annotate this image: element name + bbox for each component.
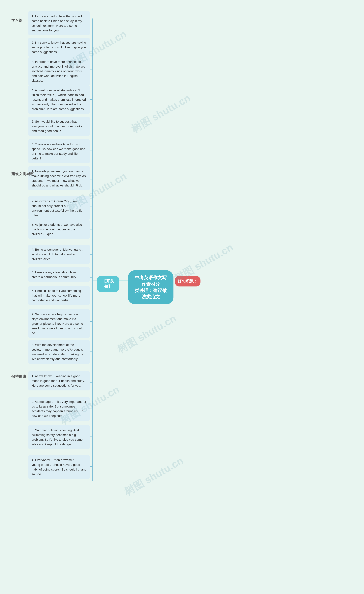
civ-item-5: 5. Here are my ideas about how to create…: [28, 267, 90, 282]
civ-item-2: 2. As citizens of Green City， we should …: [28, 196, 90, 220]
health-item-1: 1. As we know， keeping in a good mood is…: [28, 371, 90, 391]
good-sentence-node: 好句积累：: [175, 276, 201, 286]
health-item-4: 4. Everybody， men or women， young or old…: [28, 455, 90, 479]
civ-item-7: 7. So how can we help protect our city's…: [28, 309, 90, 338]
category-label-civilization: 建设文明城市: [11, 171, 34, 176]
central-node: 中考英语作文写作素材分 类整理：建议做法类范文: [128, 270, 174, 304]
category-label-health: 保持健康: [11, 374, 26, 379]
civ-item-4: 4. Being a teenager of Lianyungang， what…: [28, 245, 90, 264]
opening-sentence-node: 【开头句】: [97, 276, 119, 292]
civ-item-3: 3. As junior students， we have also made…: [28, 220, 90, 239]
study-item-3: 3. In order to have more chances to prac…: [28, 57, 90, 86]
watermark-2: 树图 shutu.cn: [129, 91, 193, 136]
mind-map-container: 学习篇 建设文明城市 保持健康 1. I am very glad to hea…: [0, 0, 364, 594]
category-label-study: 学习篇: [11, 18, 22, 23]
civ-item-8: 8. With the development of the society， …: [28, 340, 90, 364]
civ-item-6: 6. Here I'd like to tell you something t…: [28, 286, 90, 305]
civ-item-1: 1. Nowadays we are trying our best to ma…: [28, 166, 90, 190]
study-item-4: 4. A great number of students can't fini…: [28, 85, 90, 114]
study-item-1: 1. I am very glad to hear that you will …: [28, 11, 90, 35]
health-item-2: 2. As teenagers， it's very important for…: [28, 397, 90, 421]
study-item-6: 6. There is no endless time for us to sp…: [28, 139, 90, 163]
study-item-5: 5. So I would like to suggest that every…: [28, 117, 90, 136]
health-item-3: 3. Summer holiday is coming. And swimmin…: [28, 425, 90, 449]
watermark-7: 树图 shutu.cn: [122, 454, 186, 499]
study-item-2: 2. I'm sorry to know that you are having…: [28, 38, 90, 57]
watermark-5: 树图 shutu.cn: [115, 311, 179, 356]
